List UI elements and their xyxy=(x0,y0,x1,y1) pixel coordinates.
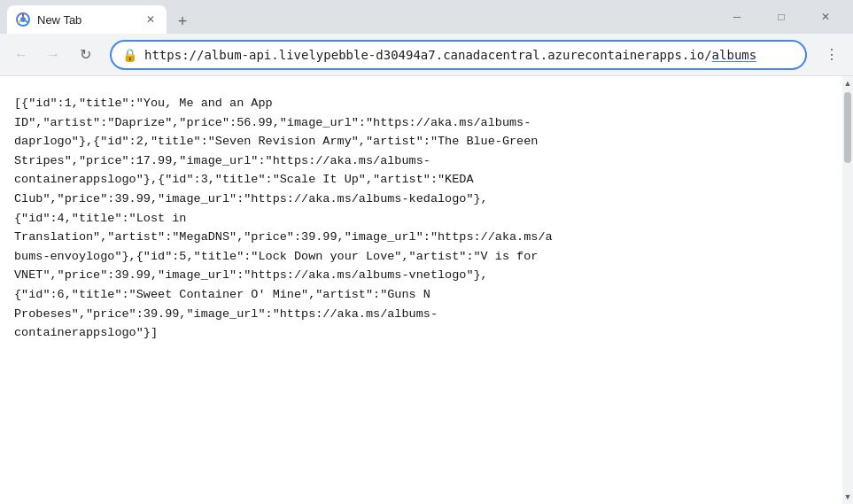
active-tab[interactable]: New Tab ✕ xyxy=(7,5,167,34)
forward-button[interactable]: → xyxy=(39,41,67,69)
close-button[interactable]: ✕ xyxy=(805,3,846,31)
new-tab-button[interactable]: + xyxy=(170,9,195,34)
svg-point-1 xyxy=(20,17,26,22)
scrollbar[interactable]: ▲ ▼ xyxy=(842,76,853,504)
scroll-down-arrow[interactable]: ▼ xyxy=(842,490,853,504)
url-scheme: https://album-api.livelypebble-d30494a7.… xyxy=(144,48,712,62)
minimize-button[interactable]: ─ xyxy=(717,3,757,31)
toolbar: ← → ↻ 🔒 https://album-api.livelypebble-d… xyxy=(0,34,853,76)
window-controls: ─ □ ✕ xyxy=(717,3,846,31)
scrollbar-thumb[interactable] xyxy=(844,92,851,163)
tab-favicon xyxy=(16,12,30,27)
scrollbar-track[interactable] xyxy=(842,90,853,490)
url-text: https://album-api.livelypebble-d30494a7.… xyxy=(144,48,795,62)
address-bar[interactable]: 🔒 https://album-api.livelypebble-d30494a… xyxy=(110,40,807,70)
tab-strip: New Tab ✕ + xyxy=(7,0,713,34)
back-button[interactable]: ← xyxy=(7,41,35,69)
scroll-up-arrow[interactable]: ▲ xyxy=(842,76,853,90)
page-content: [{"id":1,"title":"You, Me and an App ID"… xyxy=(0,76,842,504)
security-icon: 🔒 xyxy=(122,48,137,62)
tab-close-button[interactable]: ✕ xyxy=(143,12,158,27)
title-bar: New Tab ✕ + ─ □ ✕ xyxy=(0,0,853,34)
tab-label: New Tab xyxy=(37,13,136,27)
browser-menu-button[interactable]: ⋮ xyxy=(818,41,846,69)
url-path: albums xyxy=(712,48,757,62)
browser-content: [{"id":1,"title":"You, Me and an App ID"… xyxy=(0,76,853,504)
maximize-button[interactable]: □ xyxy=(761,3,802,31)
refresh-button[interactable]: ↻ xyxy=(71,41,99,69)
json-response: [{"id":1,"title":"You, Me and an App ID"… xyxy=(14,94,828,343)
